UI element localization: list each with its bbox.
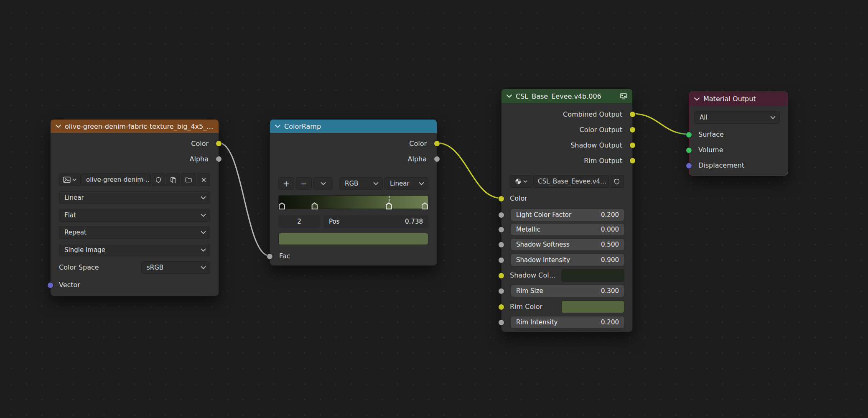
- chevron-down-icon: [201, 214, 206, 217]
- collapse-chevron-icon[interactable]: [507, 94, 512, 98]
- interpolation-dropdown[interactable]: Linear: [59, 191, 210, 204]
- folder-icon: [185, 177, 192, 183]
- wire-color-to-fac[interactable]: [219, 143, 270, 256]
- shield-icon: [614, 178, 620, 185]
- fake-user-button[interactable]: [152, 173, 165, 186]
- socket-rim-size-input[interactable]: [498, 288, 504, 294]
- stop-position-field[interactable]: Pos 0.738: [323, 215, 428, 228]
- output-label-shadow: Shadow Output: [570, 141, 622, 149]
- colorramp-header[interactable]: ColorRamp: [270, 120, 437, 133]
- chevron-down-icon: [419, 182, 424, 185]
- socket-displacement-input[interactable]: [686, 163, 692, 169]
- node-title: olive-green-denim-fabric-texture_big_4x5…: [65, 122, 214, 130]
- input-label-volume: Volume: [698, 144, 723, 156]
- ramp-options-button[interactable]: [313, 177, 333, 190]
- csl-group-header[interactable]: CSL_Base_Eevee.v4b.006: [501, 89, 632, 103]
- node-title: CSL_Base_Eevee.v4b.006: [516, 92, 616, 100]
- socket-shadow-softness-input[interactable]: [498, 242, 504, 248]
- socket-color-output[interactable]: [216, 140, 222, 147]
- stop-color: [387, 204, 391, 209]
- unlink-button[interactable]: [197, 173, 210, 186]
- duplicate-button[interactable]: [166, 173, 180, 186]
- colorramp-stop-handle[interactable]: [279, 202, 285, 209]
- collapse-chevron-icon[interactable]: [694, 97, 700, 101]
- wire-group-to-output[interactable]: [633, 114, 689, 134]
- socket-fac-input[interactable]: [267, 253, 273, 260]
- socket-color-output[interactable]: [434, 140, 440, 147]
- socket-combined-output[interactable]: [629, 111, 636, 117]
- material-sphere-icon: [515, 178, 522, 185]
- node-colorramp[interactable]: ColorRamp Color Alpha + − RGB: [270, 119, 437, 266]
- input-label-color: Color: [510, 192, 527, 205]
- socket-rim-color-input[interactable]: [498, 304, 504, 310]
- stop-color: [280, 204, 284, 209]
- active-stop-index-field[interactable]: 2: [278, 215, 320, 228]
- stop-color-swatch[interactable]: [278, 233, 428, 245]
- chevron-down-icon: [770, 116, 776, 119]
- node-title: ColorRamp: [284, 122, 432, 130]
- rim-size-slider[interactable]: Rim Size 0.300: [511, 285, 624, 297]
- socket-color-output[interactable]: [629, 127, 636, 133]
- socket-rim-output[interactable]: [629, 158, 636, 164]
- source-dropdown[interactable]: Single Image: [59, 244, 210, 256]
- socket-alpha-output[interactable]: [434, 156, 440, 162]
- fake-user-button[interactable]: [610, 175, 624, 188]
- shadow-color-swatch[interactable]: [561, 269, 624, 282]
- image-texture-header[interactable]: olive-green-denim-fabric-texture_big_4x5…: [51, 120, 219, 133]
- rim-color-label: Rim Color: [510, 301, 542, 313]
- socket-light-color-factor-input[interactable]: [498, 212, 504, 218]
- image-name-field[interactable]: olive-green-denim-…: [81, 173, 151, 186]
- color-space-dropdown[interactable]: sRGB: [141, 261, 210, 274]
- socket-metallic-input[interactable]: [498, 227, 504, 233]
- colorramp-gradient-band[interactable]: [278, 195, 428, 209]
- chevron-down-icon: [321, 182, 326, 185]
- socket-rim-intensity-input[interactable]: [498, 319, 504, 326]
- colorramp-tools-row: + − RGB Linear: [278, 177, 428, 190]
- chevron-down-icon: [201, 266, 206, 269]
- socket-shadow-output[interactable]: [629, 142, 636, 148]
- socket-color-input[interactable]: [498, 196, 504, 202]
- open-image-button[interactable]: [181, 173, 196, 186]
- remove-stop-button[interactable]: −: [296, 177, 312, 190]
- node-image-texture[interactable]: olive-green-denim-fabric-texture_big_4x5…: [50, 119, 219, 296]
- colorramp-stop-handle[interactable]: [422, 202, 428, 209]
- socket-alpha-output[interactable]: [216, 156, 222, 162]
- collapse-chevron-icon[interactable]: [56, 125, 61, 128]
- socket-shadow-intensity-input[interactable]: [498, 257, 504, 263]
- node-material-output[interactable]: Material Output All Surface Volume Displ…: [689, 92, 788, 176]
- group-datablock-row: CSL_Base_Eevee.v4…: [510, 175, 624, 188]
- output-label-color: Color: [191, 140, 209, 148]
- socket-shadow-color-input[interactable]: [498, 273, 504, 279]
- wire-ramp-to-group[interactable]: [437, 143, 501, 198]
- socket-surface-input[interactable]: [686, 132, 692, 138]
- color-mode-dropdown[interactable]: RGB: [339, 177, 383, 190]
- extension-dropdown[interactable]: Repeat: [59, 226, 210, 239]
- input-label-displacement: Displacement: [698, 159, 744, 172]
- add-stop-button[interactable]: +: [278, 177, 294, 190]
- group-browse-button[interactable]: [510, 175, 532, 188]
- node-editor-canvas[interactable]: olive-green-denim-fabric-texture_big_4x5…: [0, 0, 868, 418]
- output-label-alpha: Alpha: [408, 155, 427, 163]
- chevron-down-icon: [523, 180, 527, 183]
- rim-color-swatch[interactable]: [561, 301, 624, 313]
- metallic-slider[interactable]: Metallic 0.000: [511, 223, 624, 236]
- socket-volume-input[interactable]: [686, 147, 692, 153]
- socket-vector-input[interactable]: [47, 282, 53, 288]
- material-output-header[interactable]: Material Output: [689, 92, 788, 106]
- close-icon: [201, 177, 206, 183]
- ramp-interpolation-dropdown[interactable]: Linear: [384, 177, 428, 190]
- projection-dropdown[interactable]: Flat: [59, 209, 210, 222]
- colorramp-stop-handle-active[interactable]: [386, 202, 392, 209]
- colorramp-stop-handle[interactable]: [311, 202, 318, 209]
- rim-intensity-slider[interactable]: Rim Intensity 0.200: [511, 316, 624, 329]
- output-target-dropdown[interactable]: All: [694, 111, 780, 124]
- node-csl-group[interactable]: CSL_Base_Eevee.v4b.006 Combined Output C…: [501, 89, 633, 332]
- pos-label: Pos: [329, 218, 340, 225]
- light-color-factor-slider[interactable]: Light Color Factor 0.200: [511, 209, 624, 221]
- group-name-field[interactable]: CSL_Base_Eevee.v4…: [533, 175, 609, 188]
- shadow-intensity-slider[interactable]: Shadow Intensity 0.900: [511, 254, 624, 266]
- collapse-chevron-icon[interactable]: [275, 125, 280, 128]
- image-browse-button[interactable]: [59, 173, 81, 186]
- shadow-softness-slider[interactable]: Shadow Softness 0.500: [511, 238, 624, 251]
- copy-icon: [170, 177, 176, 183]
